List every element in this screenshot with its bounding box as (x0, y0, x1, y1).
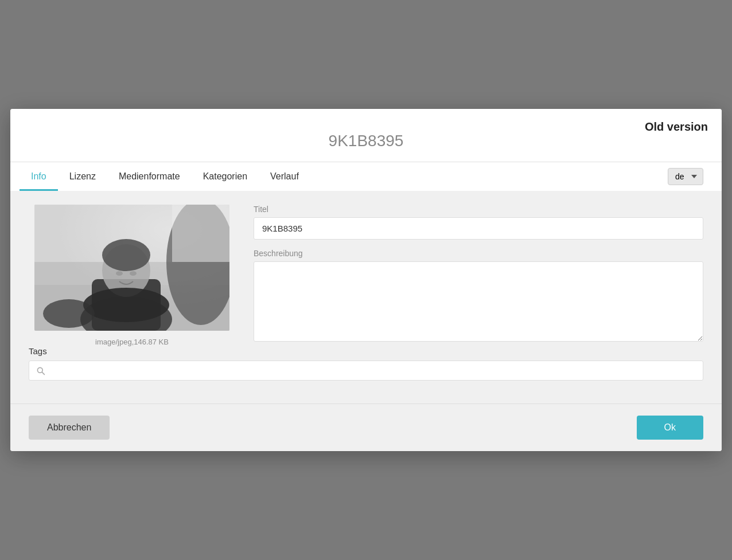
modal-overlay: Old version 9K1B8395 Info Lizenz Medienf… (0, 0, 732, 560)
content-grid: image/jpeg,146.87 KB Titel Beschreibung (29, 205, 703, 346)
tags-section: Tags (29, 346, 703, 390)
titel-label: Titel (254, 205, 703, 214)
beschreibung-label: Beschreibung (254, 249, 703, 258)
language-selector[interactable]: de en fr (668, 168, 703, 185)
beschreibung-textarea[interactable] (254, 261, 703, 342)
search-icon (36, 366, 45, 375)
svg-point-10 (83, 288, 169, 322)
svg-point-11 (43, 299, 95, 328)
svg-rect-12 (172, 205, 229, 262)
modal-footer: Abbrechen Ok (10, 404, 722, 451)
tags-input-wrapper (29, 361, 703, 381)
svg-point-7 (102, 239, 150, 271)
photo-svg (34, 205, 229, 331)
old-version-badge: Old version (645, 120, 708, 134)
tab-lizenz[interactable]: Lizenz (58, 162, 107, 191)
image-preview (34, 205, 229, 331)
tab-info[interactable]: Info (20, 162, 58, 191)
titel-input[interactable] (254, 217, 703, 240)
modal-dialog: Old version 9K1B8395 Info Lizenz Medienf… (10, 109, 722, 451)
svg-line-14 (42, 372, 44, 374)
svg-point-9 (130, 271, 137, 276)
titel-group: Titel (254, 205, 703, 240)
tab-kategorien[interactable]: Kategorien (192, 162, 259, 191)
image-meta: image/jpeg,146.87 KB (95, 338, 169, 346)
language-selector-wrapper: de en fr (659, 163, 712, 190)
tab-medienformate[interactable]: Medienformate (107, 162, 192, 191)
beschreibung-group: Beschreibung (254, 249, 703, 342)
tab-bar: Info Lizenz Medienformate Kategorien Ver… (10, 162, 722, 191)
modal-body: image/jpeg,146.87 KB Titel Beschreibung (10, 191, 722, 404)
form-section: Titel Beschreibung (254, 205, 703, 346)
cancel-button[interactable]: Abbrechen (29, 416, 110, 440)
tabs-container: Info Lizenz Medienformate Kategorien Ver… (20, 162, 659, 191)
modal-header: Old version 9K1B8395 (10, 109, 722, 162)
svg-point-8 (116, 271, 123, 276)
ok-button[interactable]: Ok (637, 416, 703, 440)
tags-input[interactable] (50, 366, 696, 375)
tags-label: Tags (29, 346, 703, 356)
tab-verlauf[interactable]: Verlauf (259, 162, 310, 191)
modal-title: 9K1B8395 (29, 123, 703, 162)
image-section: image/jpeg,146.87 KB (29, 205, 235, 346)
